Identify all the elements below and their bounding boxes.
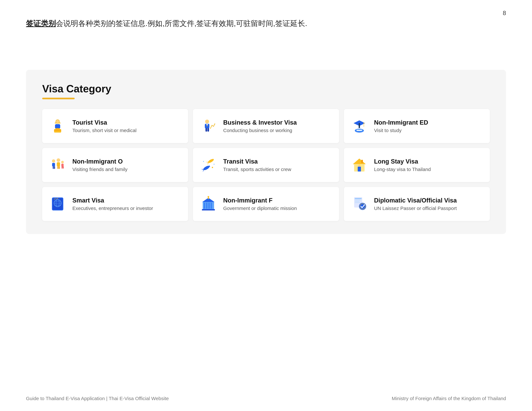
title-underline xyxy=(42,98,75,99)
svg-rect-35 xyxy=(63,166,64,168)
svg-rect-72 xyxy=(355,198,361,199)
diplomatic-visa-desc: UN Laissez Passer or official Passport xyxy=(374,206,457,211)
svg-rect-14 xyxy=(207,128,209,131)
visa-card-business[interactable]: Business & Investor Visa Conducting busi… xyxy=(193,109,339,143)
visa-card-f[interactable]: Non-Immigrant F Government or diplomatic… xyxy=(193,187,339,221)
svg-point-19 xyxy=(363,123,364,124)
transit-visa-desc: Transit, sports activities or crew xyxy=(223,167,291,172)
svg-rect-73 xyxy=(355,200,361,200)
footer: Guide to Thailand E-Visa Application | T… xyxy=(26,396,506,401)
svg-rect-30 xyxy=(57,166,58,169)
ed-visa-title: Non-Immigrant ED xyxy=(374,119,428,126)
svg-rect-5 xyxy=(56,128,60,130)
visa-grid: Tourist Visa Tourism, short visit or med… xyxy=(42,109,490,221)
svg-point-44 xyxy=(212,167,213,168)
business-visa-text: Business & Investor Visa Conducting busi… xyxy=(223,119,297,133)
visa-card-diplomatic[interactable]: Diplomatic Visa/Official Visa UN Laissez… xyxy=(344,187,490,221)
page-number: 8 xyxy=(503,10,506,17)
visa-card-smart[interactable]: Smart Visa Executives, entrepreneurs or … xyxy=(42,187,188,221)
transit-visa-title: Transit Visa xyxy=(223,158,291,165)
svg-rect-27 xyxy=(54,166,55,169)
svg-rect-3 xyxy=(55,124,60,129)
svg-point-76 xyxy=(359,203,366,210)
f-icon xyxy=(200,195,217,213)
longstay-visa-text: Long Stay Visa Long-stay visa to Thailan… xyxy=(374,158,431,172)
intro-rest: 会说明各种类别的签证信息.例如,所需文件,签证有效期,可驻留时间,签证延长. xyxy=(56,19,307,28)
smart-visa-title: Smart Visa xyxy=(72,197,153,204)
svg-rect-26 xyxy=(53,166,54,169)
svg-rect-74 xyxy=(355,201,360,202)
svg-rect-23 xyxy=(357,130,362,131)
svg-point-50 xyxy=(358,164,361,167)
transit-icon xyxy=(200,156,217,174)
svg-point-45 xyxy=(203,161,204,162)
visa-card-tourist[interactable]: Tourist Visa Tourism, short visit or med… xyxy=(42,109,188,143)
footer-right: Ministry of Foreign Affairs of the Kingd… xyxy=(392,396,506,401)
svg-rect-33 xyxy=(61,164,64,167)
svg-point-7 xyxy=(205,120,209,123)
svg-rect-25 xyxy=(52,163,55,167)
svg-rect-29 xyxy=(57,162,60,166)
visa-card-transit[interactable]: Transit Visa Transit, sports activities … xyxy=(193,148,339,182)
svg-marker-37 xyxy=(206,161,208,163)
visa-card-ed[interactable]: Non-Immigrant ED Visit to study xyxy=(344,109,490,143)
svg-rect-6 xyxy=(54,130,61,131)
ed-visa-desc: Visit to study xyxy=(374,128,428,133)
diplomatic-visa-title: Diplomatic Visa/Official Visa xyxy=(374,197,457,204)
f-visa-text: Non-Immigrant F Government or diplomatic… xyxy=(223,197,297,211)
business-visa-desc: Conducting business or working xyxy=(223,128,297,133)
o-icon xyxy=(49,156,66,174)
tourist-visa-title: Tourist Visa xyxy=(72,119,136,126)
tourist-visa-text: Tourist Visa Tourism, short visit or med… xyxy=(72,119,136,133)
longstay-icon xyxy=(350,156,368,174)
svg-rect-49 xyxy=(358,167,361,171)
svg-rect-65 xyxy=(208,203,210,209)
diplomatic-visa-text: Diplomatic Visa/Official Visa UN Laissez… xyxy=(374,197,457,211)
svg-point-60 xyxy=(56,198,57,199)
svg-point-61 xyxy=(57,198,58,199)
f-visa-desc: Government or diplomatic mission xyxy=(223,206,297,211)
o-visa-title: Non-Immigrant O xyxy=(72,158,128,165)
business-visa-title: Business & Investor Visa xyxy=(223,119,297,126)
svg-rect-13 xyxy=(205,128,207,131)
svg-point-28 xyxy=(57,158,60,162)
svg-point-2 xyxy=(56,120,59,123)
visa-card-longstay[interactable]: Long Stay Visa Long-stay visa to Thailan… xyxy=(344,148,490,182)
svg-rect-66 xyxy=(211,203,212,209)
f-visa-title: Non-Immigrant F xyxy=(223,197,297,204)
svg-rect-64 xyxy=(206,203,207,209)
visa-card-o[interactable]: Non-Immigrant O Visiting friends and fam… xyxy=(42,148,188,182)
smart-icon xyxy=(49,195,66,213)
smart-visa-desc: Executives, entrepreneurs or investor xyxy=(72,206,153,211)
svg-point-32 xyxy=(61,161,64,163)
svg-marker-47 xyxy=(353,159,366,164)
diplomatic-icon xyxy=(350,195,368,213)
svg-rect-18 xyxy=(359,123,360,127)
ed-visa-text: Non-Immigrant ED Visit to study xyxy=(374,119,428,133)
svg-point-70 xyxy=(208,196,209,198)
o-visa-desc: Visiting friends and family xyxy=(72,167,128,172)
svg-marker-38 xyxy=(207,163,209,165)
business-icon xyxy=(200,117,217,135)
intro-text: 签证类别会说明各种类别的签证信息.例如,所需文件,签证有效期,可驻留时间,签证延… xyxy=(26,18,506,29)
visa-category-title: Visa Category xyxy=(42,83,490,95)
svg-point-59 xyxy=(54,199,55,200)
svg-rect-68 xyxy=(202,209,215,210)
footer-left: Guide to Thailand E-Visa Application | T… xyxy=(26,396,169,401)
tourist-visa-desc: Tourism, short visit or medical xyxy=(72,128,136,133)
tourist-icon xyxy=(49,117,66,135)
intro-highlight: 签证类别 xyxy=(26,19,56,28)
svg-point-24 xyxy=(52,159,55,163)
longstay-visa-title: Long Stay Visa xyxy=(374,158,431,165)
svg-rect-63 xyxy=(204,203,205,209)
svg-rect-34 xyxy=(62,166,63,168)
svg-rect-31 xyxy=(59,166,60,169)
transit-visa-text: Transit Visa Transit, sports activities … xyxy=(223,158,291,172)
smart-visa-text: Smart Visa Executives, entrepreneurs or … xyxy=(72,197,153,211)
longstay-visa-desc: Long-stay visa to Thailand xyxy=(374,167,431,172)
svg-point-46 xyxy=(214,164,215,165)
visa-category-box: Visa Category xyxy=(26,70,506,234)
o-visa-text: Non-Immigrant O Visiting friends and fam… xyxy=(72,158,128,172)
svg-marker-41 xyxy=(201,168,203,170)
svg-rect-75 xyxy=(355,202,360,203)
